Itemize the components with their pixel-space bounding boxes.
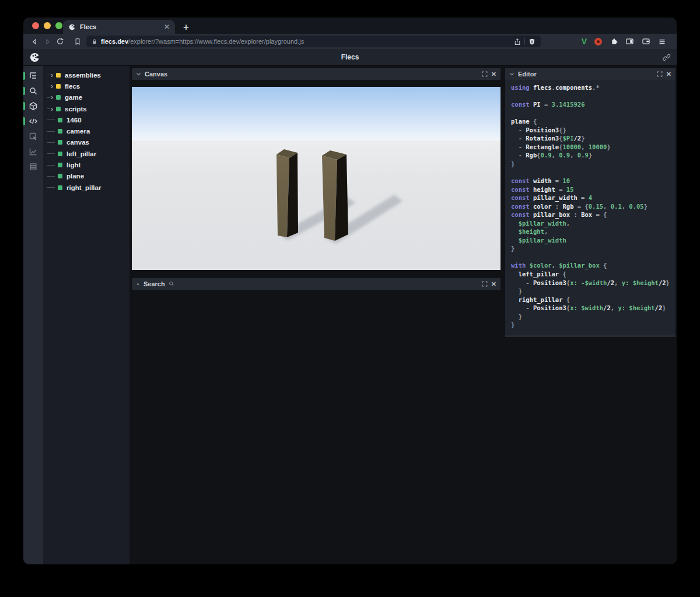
- lock-icon: [92, 38, 97, 45]
- sidebar-tree-button[interactable]: [23, 68, 43, 83]
- code-line: }: [511, 160, 672, 168]
- forward-button[interactable]: [41, 38, 54, 45]
- menu-icon[interactable]: [658, 38, 666, 45]
- entity-label: camera: [66, 128, 90, 135]
- sidebar-toggle-icon[interactable]: [625, 37, 634, 45]
- share-icon[interactable]: [514, 38, 521, 45]
- close-icon[interactable]: ✕: [666, 71, 671, 78]
- sidebar-inspect-button[interactable]: [23, 129, 43, 144]
- tree-item-left_pillar[interactable]: ›left_pillar: [43, 148, 130, 159]
- chevron-down-icon[interactable]: [509, 72, 514, 76]
- collapsed-dot-icon[interactable]: [137, 283, 139, 285]
- url-bar[interactable]: flecs.dev/explorer/?wasm=https://www.fle…: [86, 36, 541, 47]
- back-button[interactable]: [28, 38, 41, 45]
- expand-icon[interactable]: [482, 71, 488, 77]
- code-line: - Position3{x: -$width/2, y: $height/2}: [511, 279, 672, 287]
- editor-column: Editor ✕ using flecs.components.* const …: [505, 68, 676, 337]
- code-line: const pillar_width = 4: [511, 194, 672, 202]
- sidebar-code-button[interactable]: [23, 114, 43, 129]
- entity-color-square: [58, 140, 62, 145]
- expand-icon[interactable]: [657, 71, 663, 77]
- tree-item-flecs[interactable]: ›flecs: [43, 80, 130, 92]
- entity-color-square: [58, 118, 62, 122]
- expand-arrow-icon[interactable]: ›: [51, 106, 56, 112]
- code-line: [511, 253, 672, 262]
- entity-tree: ›assemblies›flecs›game›scripts›1460›came…: [43, 66, 130, 564]
- tree-item-assemblies[interactable]: ›assemblies: [43, 69, 130, 80]
- brave-shield-icon[interactable]: [528, 38, 536, 45]
- canvas-panel-header[interactable]: Canvas ✕: [132, 68, 501, 80]
- code-line: }: [511, 244, 672, 253]
- entity-label: 1460: [66, 117, 82, 124]
- reload-button[interactable]: [54, 37, 66, 45]
- canvas-3d-scene[interactable]: [132, 87, 501, 270]
- new-tab-button[interactable]: +: [183, 22, 189, 32]
- inspect-icon: [29, 132, 38, 141]
- red-circle-extension-icon[interactable]: [594, 38, 602, 45]
- zoom-window-button[interactable]: [55, 22, 62, 29]
- url-separator: [524, 38, 525, 45]
- entity-label: flecs: [65, 83, 80, 90]
- entity-color-square: [58, 152, 62, 156]
- search-panel-header[interactable]: Search ✕: [132, 278, 501, 290]
- code-line: plane {: [511, 117, 672, 126]
- code-line: using flecs.components.*: [511, 83, 672, 92]
- share-link-button[interactable]: [662, 53, 671, 62]
- code-line: [511, 109, 672, 118]
- entity-label: light: [66, 161, 80, 168]
- tab-title: Flecs: [80, 23, 160, 30]
- close-icon[interactable]: ✕: [491, 281, 496, 287]
- expand-arrow-icon[interactable]: ›: [51, 83, 56, 89]
- editor-panel-header[interactable]: Editor ✕: [505, 68, 676, 80]
- sidebar-search-button[interactable]: [23, 83, 43, 99]
- tree-connector: [47, 153, 55, 154]
- entity-color-square: [56, 73, 61, 78]
- code-line: const height = 15: [511, 185, 672, 194]
- browser-tab[interactable]: Flecs ✕: [63, 20, 175, 34]
- tree-item-game[interactable]: ›game: [43, 92, 130, 103]
- chevron-down-icon[interactable]: [136, 72, 141, 76]
- bookmark-icon: [74, 38, 81, 45]
- code-line: - Rotation3{$PI/2}: [511, 134, 672, 143]
- bookmark-button[interactable]: [71, 38, 84, 45]
- tree-item-camera[interactable]: ›camera: [43, 125, 130, 136]
- entity-label: game: [65, 94, 82, 101]
- browser-toolbar: flecs.dev/explorer/?wasm=https://www.fle…: [23, 34, 677, 49]
- close-icon[interactable]: ✕: [491, 71, 496, 78]
- tree-item-right_pillar[interactable]: ›right_pillar: [43, 182, 130, 193]
- right-pillar-mesh: [322, 150, 348, 241]
- entity-label: scripts: [65, 106, 87, 113]
- tree-icon: [29, 71, 38, 80]
- code-line: - Rectangle{10000, 10000}: [511, 143, 672, 152]
- editor-code[interactable]: using flecs.components.* const PI = 3.14…: [505, 80, 676, 335]
- tree-item-canvas[interactable]: ›canvas: [43, 137, 130, 148]
- wallet-icon[interactable]: [642, 37, 650, 45]
- expand-arrow-icon[interactable]: ›: [51, 72, 56, 78]
- sidebar-stats-button[interactable]: [23, 144, 43, 159]
- url-path: /explorer/?wasm=https://www.flecs.dev/ex…: [128, 38, 304, 45]
- 3d-render: [132, 87, 501, 270]
- vimium-extension-icon[interactable]: V: [582, 37, 587, 46]
- code-line: }: [511, 321, 672, 329]
- editor-resize-handle[interactable]: [505, 335, 676, 337]
- center-column: Canvas ✕: [132, 68, 501, 290]
- code-line: }: [511, 312, 672, 321]
- tab-close-icon[interactable]: ✕: [164, 23, 170, 30]
- reload-icon: [56, 37, 64, 45]
- expand-arrow-icon[interactable]: ›: [51, 94, 56, 100]
- sky: [132, 87, 501, 141]
- minimize-window-button[interactable]: [44, 22, 51, 29]
- tree-item-light[interactable]: ›light: [43, 159, 130, 170]
- entity-color-square: [58, 185, 62, 190]
- extensions-puzzle-icon[interactable]: [610, 37, 618, 45]
- tree-item-1460[interactable]: ›1460: [43, 114, 130, 125]
- expand-icon[interactable]: [482, 281, 488, 287]
- sidebar-entities-button[interactable]: [23, 99, 43, 114]
- entity-color-square: [58, 163, 62, 167]
- browser-window: Flecs ✕ + flecs.dev/explorer/?wasm=https…: [23, 17, 677, 564]
- tree-item-plane[interactable]: ›plane: [43, 171, 130, 182]
- close-window-button[interactable]: [32, 22, 39, 29]
- sidebar-queries-button[interactable]: [23, 159, 43, 174]
- tree-item-scripts[interactable]: ›scripts: [43, 103, 130, 114]
- entity-label: plane: [66, 173, 84, 180]
